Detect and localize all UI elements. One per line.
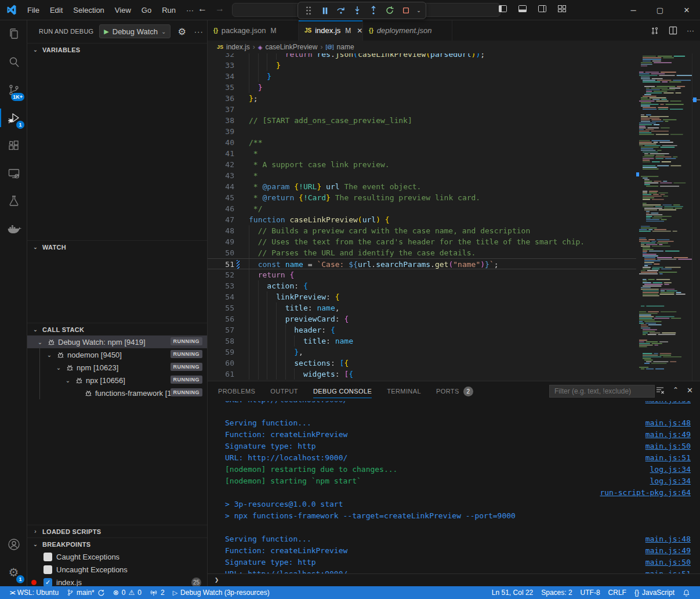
cursor-position-status[interactable]: Ln 51, Col 22 [488, 586, 537, 599]
source-link[interactable]: main.js:51 [645, 452, 691, 464]
toggle-sidebar-icon[interactable] [498, 4, 507, 13]
debug-session-dropdown-icon[interactable]: ⌄ [415, 3, 422, 17]
source-link[interactable]: main.js:51 [645, 568, 691, 573]
close-tab-icon[interactable]: ✕ [357, 27, 362, 35]
step-out-icon[interactable] [367, 3, 380, 17]
nav-back-icon[interactable]: ← [198, 3, 207, 14]
menu-item-[interactable]: ··· [181, 3, 199, 17]
source-link[interactable]: main.js:49 [645, 429, 691, 441]
nav-forward-icon[interactable]: → [215, 3, 224, 14]
open-changes-icon[interactable] [650, 26, 659, 35]
views-more-actions-icon[interactable]: ··· [194, 27, 204, 36]
close-panel-icon[interactable]: ✕ [687, 386, 693, 395]
breadcrumb-item[interactable]: name [337, 43, 354, 51]
source-link[interactable]: main.js:51 [645, 401, 691, 406]
editor-scrollbar[interactable] [692, 53, 700, 381]
restart-icon[interactable] [383, 3, 397, 17]
breadcrumb-item[interactable]: index.js [226, 43, 250, 51]
accounts-icon[interactable] [0, 531, 27, 558]
debug-console-input[interactable]: ❯ [208, 573, 700, 586]
editor-more-actions-icon[interactable]: ··· [687, 26, 694, 35]
debug-session-status[interactable]: ▷ Debug Watch (3p-resources) [169, 586, 274, 599]
encoding-status[interactable]: UTF-8 [576, 586, 604, 599]
variables-section-header[interactable]: ⌄ VARIABLES [27, 43, 207, 56]
source-link[interactable]: main.js:49 [645, 545, 691, 557]
source-link[interactable]: run-script-pkg.js:64 [600, 487, 691, 499]
toggle-secondary-sidebar-icon[interactable] [538, 4, 547, 13]
breadcrumb-item[interactable]: caseLinkPreview [265, 43, 317, 51]
breakpoint-row[interactable]: Uncaught Exceptions [27, 563, 207, 576]
breakpoint-checkbox[interactable] [43, 553, 52, 561]
docker-icon[interactable] [0, 215, 27, 243]
breakpoint-checkbox[interactable]: ✓ [43, 578, 52, 587]
launch-config-dropdown[interactable]: ▶ Debug Watch ⌄ [99, 24, 171, 38]
problems-status[interactable]: ⊗ 0 ⚠ 0 [109, 586, 146, 599]
panel-tab-output[interactable]: OUTPUT [270, 381, 298, 401]
console-filter-input[interactable] [549, 385, 655, 398]
step-into-icon[interactable] [350, 3, 364, 17]
breakpoint-row[interactable]: ✓index.js25 [27, 576, 207, 586]
code-editor[interactable]: 32 return res.json(caseLinkPreview(parse… [208, 53, 700, 381]
toolbar-drag-handle[interactable] [302, 3, 315, 17]
source-link[interactable]: log.js:34 [650, 475, 691, 487]
tab-deployment.json[interactable]: {}deployment.json [363, 20, 452, 41]
call-stack-row[interactable]: functions-framework [106...RUNNING [27, 387, 207, 399]
search-icon[interactable] [0, 48, 27, 76]
remote-indicator[interactable]: >< WSL: Ubuntu [6, 586, 63, 599]
debug-console-output[interactable]: URL: http://localhost:9000/main.js:51Ser… [208, 401, 700, 573]
loaded-scripts-section-header[interactable]: › LOADED SCRIPTS [27, 525, 207, 537]
minimize-button[interactable]: ─ [620, 0, 647, 20]
language-mode-status[interactable]: {} JavaScript [630, 586, 679, 599]
panel-tab-terminal[interactable]: TERMINAL [387, 381, 421, 401]
maximize-panel-icon[interactable]: ⌃ [673, 386, 679, 394]
remote-explorer-icon[interactable] [0, 160, 27, 187]
panel-tab-debug-console[interactable]: DEBUG CONSOLE [313, 381, 372, 401]
stop-icon[interactable] [399, 3, 413, 17]
minimap[interactable] [637, 53, 692, 381]
close-button[interactable]: ✕ [673, 0, 700, 20]
settings-gear-icon[interactable]: ⚙ 1 [0, 558, 27, 586]
start-debug-icon[interactable]: ▶ [104, 28, 108, 35]
maximize-button[interactable]: ▢ [647, 0, 673, 20]
menu-item-view[interactable]: View [110, 3, 136, 17]
customize-layout-icon[interactable] [557, 4, 567, 13]
forwarded-ports-status[interactable]: 2 [146, 586, 169, 599]
step-over-icon[interactable] [334, 3, 348, 17]
tab-index.js[interactable]: JSindex.jsM✕ [299, 20, 363, 41]
menu-item-go[interactable]: Go [136, 3, 157, 17]
watch-section-header[interactable]: ⌄ WATCH [27, 240, 207, 253]
indentation-status[interactable]: Spaces: 2 [537, 586, 576, 599]
git-branch-status[interactable]: main* [63, 586, 109, 599]
clear-console-icon[interactable] [655, 385, 665, 395]
call-stack-row[interactable]: ⌄npx [10656]RUNNING [27, 374, 207, 387]
testing-icon[interactable] [0, 187, 27, 215]
source-link[interactable]: main.js:50 [645, 557, 691, 568]
configure-gear-icon[interactable]: ⚙ [177, 26, 186, 37]
explorer-icon[interactable] [0, 20, 27, 48]
menu-item-file[interactable]: File [22, 3, 45, 17]
source-link[interactable]: main.js:50 [645, 441, 691, 452]
pause-icon[interactable] [318, 3, 332, 17]
panel-tab-ports[interactable]: PORTS2 [436, 381, 473, 401]
run-and-debug-icon[interactable]: 1 [0, 104, 27, 132]
call-stack-section-header[interactable]: ⌄ CALL STACK [27, 323, 207, 335]
split-editor-icon[interactable] [669, 26, 677, 35]
menu-item-edit[interactable]: Edit [45, 3, 68, 17]
call-stack-row[interactable]: ⌄Debug Watch: npm [9419]RUNNING [27, 335, 207, 348]
source-control-icon[interactable]: 1K+ [0, 76, 27, 104]
eol-status[interactable]: CRLF [604, 586, 630, 599]
notifications-bell-icon[interactable] [679, 586, 694, 599]
source-link[interactable]: main.js:48 [645, 533, 691, 545]
menu-item-selection[interactable]: Selection [68, 3, 109, 17]
breakpoint-row[interactable]: Caught Exceptions [27, 550, 207, 563]
breakpoint-checkbox[interactable] [43, 565, 52, 574]
breakpoints-section-header[interactable]: ⌄ BREAKPOINTS [27, 537, 207, 550]
source-link[interactable]: main.js:48 [645, 417, 691, 429]
call-stack-row[interactable]: ⌄nodemon [9450]RUNNING [27, 348, 207, 361]
call-stack-row[interactable]: ⌄npm [10623]RUNNING [27, 361, 207, 374]
tab-package.json[interactable]: {}package.jsonM [208, 20, 299, 41]
menu-item-run[interactable]: Run [157, 3, 181, 17]
panel-tab-problems[interactable]: PROBLEMS [218, 381, 255, 401]
toggle-panel-icon[interactable] [518, 4, 527, 13]
extensions-icon[interactable] [0, 132, 27, 160]
